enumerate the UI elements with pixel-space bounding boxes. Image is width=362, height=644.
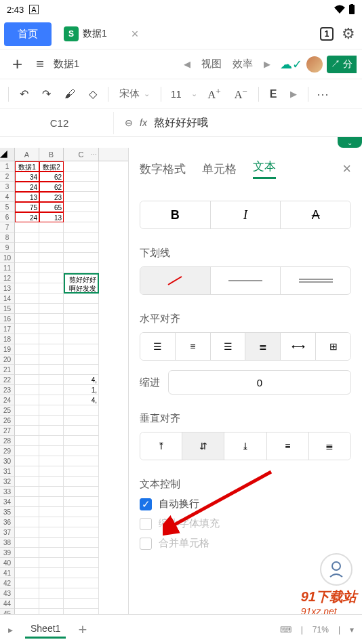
underline-none[interactable]: [140, 267, 211, 294]
valign-justify[interactable]: ≡: [267, 432, 309, 460]
cell[interactable]: [15, 294, 39, 304]
cell[interactable]: [39, 588, 64, 599]
align-left[interactable]: ☰: [140, 333, 176, 360]
row-header[interactable]: 10: [0, 253, 15, 263]
decrease-font-icon[interactable]: A−: [229, 83, 253, 104]
cell[interactable]: [64, 182, 99, 192]
row-header[interactable]: 5: [0, 202, 15, 212]
cell[interactable]: 65: [39, 202, 64, 212]
row-header[interactable]: 2: [0, 172, 15, 182]
tab-count-button[interactable]: 1: [320, 27, 334, 41]
cell[interactable]: [15, 548, 39, 558]
zoom-out-icon[interactable]: ⊖: [125, 117, 133, 128]
cell[interactable]: 24: [15, 182, 39, 192]
cell[interactable]: [15, 283, 39, 294]
col-header-b[interactable]: B: [39, 148, 64, 161]
cell[interactable]: [64, 497, 99, 507]
cell[interactable]: [15, 538, 39, 548]
cell[interactable]: [39, 375, 64, 385]
cell[interactable]: [39, 466, 64, 477]
cell[interactable]: [64, 263, 99, 273]
cell[interactable]: [64, 233, 99, 243]
cell[interactable]: [15, 344, 39, 355]
cell[interactable]: [39, 355, 64, 365]
cell[interactable]: 24: [15, 212, 39, 222]
row-header[interactable]: 20: [0, 355, 15, 365]
row-header[interactable]: 30: [0, 456, 15, 466]
close-panel-icon[interactable]: ×: [342, 160, 351, 178]
cell[interactable]: [64, 243, 99, 253]
cell[interactable]: [39, 527, 64, 538]
cell[interactable]: [64, 405, 99, 416]
valign-top[interactable]: ⤒: [140, 432, 182, 460]
cell[interactable]: [64, 558, 99, 568]
row-header[interactable]: 26: [0, 416, 15, 426]
row-header[interactable]: 8: [0, 233, 15, 243]
cell[interactable]: [15, 233, 39, 243]
bold-button[interactable]: E: [264, 85, 283, 103]
toolbar-more[interactable]: ▶: [285, 89, 302, 99]
prev-button[interactable]: ◀: [178, 59, 196, 69]
cell[interactable]: [15, 405, 39, 416]
row-header[interactable]: 33: [0, 487, 15, 497]
cell[interactable]: [15, 456, 39, 466]
close-tab-icon[interactable]: ×: [132, 27, 139, 41]
row-header[interactable]: 7: [0, 222, 15, 233]
row-header[interactable]: 43: [0, 588, 15, 599]
row-header[interactable]: 25: [0, 405, 15, 416]
underline-single[interactable]: [211, 267, 281, 294]
tab-text[interactable]: 文本: [253, 159, 276, 179]
row-header[interactable]: 41: [0, 568, 15, 578]
cell[interactable]: [15, 588, 39, 599]
cell[interactable]: [39, 385, 64, 395]
cell[interactable]: [64, 222, 99, 233]
cell[interactable]: [15, 273, 39, 283]
cell[interactable]: [15, 446, 39, 456]
col-header-a[interactable]: A: [15, 148, 39, 161]
cell[interactable]: 4,: [64, 375, 99, 385]
cell[interactable]: [39, 273, 64, 283]
user-avatar[interactable]: [306, 56, 323, 73]
cell[interactable]: [39, 263, 64, 273]
row-header[interactable]: 18: [0, 334, 15, 344]
cell[interactable]: [15, 568, 39, 578]
cell[interactable]: [64, 172, 99, 182]
row-header[interactable]: 28: [0, 436, 15, 446]
cell[interactable]: [39, 365, 64, 375]
row-header[interactable]: 38: [0, 538, 15, 548]
cell[interactable]: [64, 507, 99, 517]
cell[interactable]: 62: [39, 182, 64, 192]
row-header[interactable]: 19: [0, 344, 15, 355]
cell[interactable]: [64, 324, 99, 334]
cell[interactable]: [15, 395, 39, 405]
cell[interactable]: [39, 507, 64, 517]
cell[interactable]: [64, 477, 99, 487]
cell[interactable]: [39, 304, 64, 314]
cell[interactable]: 62: [39, 172, 64, 182]
cell[interactable]: [39, 314, 64, 324]
align-justify[interactable]: ≣: [245, 333, 281, 360]
cell[interactable]: [64, 456, 99, 466]
cell[interactable]: [39, 243, 64, 253]
cell[interactable]: [15, 466, 39, 477]
cell[interactable]: [39, 395, 64, 405]
cell[interactable]: [64, 314, 99, 324]
row-header[interactable]: 21: [0, 365, 15, 375]
row-header[interactable]: 23: [0, 385, 15, 395]
cell[interactable]: [39, 497, 64, 507]
cell[interactable]: 75: [15, 202, 39, 212]
cell[interactable]: [15, 436, 39, 446]
settings-icon[interactable]: ⚙: [339, 22, 358, 45]
cell[interactable]: [15, 517, 39, 527]
cell[interactable]: [64, 355, 99, 365]
tab-cell[interactable]: 单元格: [202, 161, 237, 177]
underline-double[interactable]: [281, 267, 350, 294]
cell[interactable]: [64, 446, 99, 456]
align-distribute[interactable]: ⟷: [281, 333, 316, 360]
overflow-menu[interactable]: ⋯: [314, 87, 331, 102]
cell[interactable]: [64, 212, 99, 222]
cell[interactable]: [15, 599, 39, 609]
cell[interactable]: [39, 517, 64, 527]
efficiency-button[interactable]: 效率: [227, 58, 258, 71]
cell[interactable]: 13: [15, 192, 39, 202]
